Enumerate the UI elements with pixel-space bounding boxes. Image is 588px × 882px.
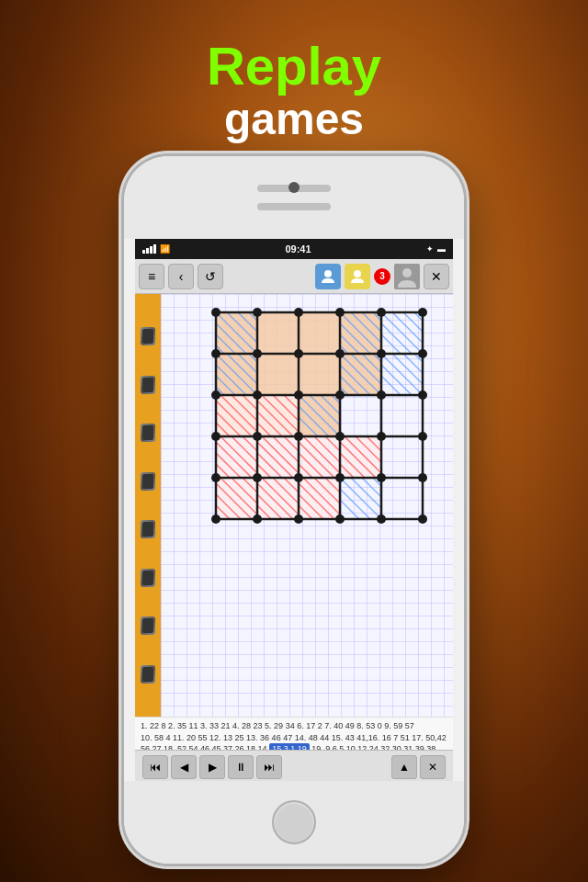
svg-point-154 [294,308,303,317]
svg-point-156 [377,308,386,317]
svg-point-183 [253,514,262,524]
game-board-container [135,294,453,717]
svg-rect-108 [340,436,381,478]
last-button[interactable]: ⏭ [256,755,282,779]
play-button[interactable]: ▶ [199,755,225,779]
wifi-icon: 📶 [160,244,170,254]
title-area: Replay games [0,37,588,144]
title-replay: Replay [0,37,588,96]
svg-point-162 [377,349,386,358]
notebook-binding [135,294,161,717]
svg-line-44 [381,312,423,354]
playback-controls: ⏮ ◀ ▶ ⏸ ⏭ [142,755,282,779]
refresh-button[interactable]: ↺ [198,264,223,289]
svg-point-185 [335,514,345,524]
signal-bar-3 [150,246,153,254]
svg-point-165 [253,390,262,400]
close-button[interactable]: ✕ [424,264,449,289]
move-history: 1. 22 8 2. 35 11 3. 33 21 4. 28 23 5. 29… [135,717,453,750]
signal-bar-4 [153,244,156,254]
bottom-controls: ⏮ ◀ ▶ ⏸ ⏭ ▲ ✕ [135,750,453,781]
svg-rect-132 [299,478,340,519]
menu-button[interactable]: ≡ [139,264,164,289]
svg-point-158 [211,349,220,358]
svg-rect-5 [257,312,299,354]
status-right: ✦ ▬ [426,244,446,254]
svg-rect-10 [299,354,340,395]
app-toolbar: ≡ ‹ ↺ 3 ✕ [135,259,453,294]
svg-point-186 [377,514,386,524]
svg-point-168 [377,390,386,400]
prev-button[interactable]: ◀ [171,755,197,779]
svg-point-174 [377,432,386,441]
game-svg [170,303,436,588]
binding-ring-1 [141,327,155,345]
battery-icon: ▬ [437,244,446,254]
avatar-thumb [394,264,420,289]
svg-rect-68 [216,395,257,436]
svg-point-177 [253,473,262,482]
move-highlight: 15,3,1,19 [269,743,310,750]
bluetooth-icon: ✦ [426,244,434,254]
back-button[interactable]: ‹ [168,264,194,289]
svg-point-155 [335,308,345,317]
player2-icon [345,264,370,289]
signal-bar-1 [142,250,145,254]
camera [288,182,300,193]
svg-rect-84 [216,436,257,478]
grid-paper [161,294,453,717]
svg-point-178 [294,473,303,482]
svg-rect-76 [257,395,299,436]
phone-top [124,156,464,239]
svg-rect-92 [257,436,299,478]
svg-point-176 [211,473,220,482]
svg-line-50 [381,354,423,395]
svg-rect-9 [257,354,299,395]
svg-point-182 [211,514,220,524]
player1-icon [315,264,341,289]
close-bottom-button[interactable]: ✕ [420,755,446,779]
pause-button[interactable]: ⏸ [228,755,254,779]
svg-point-170 [211,432,220,441]
svg-rect-124 [257,478,299,519]
binding-ring-4 [141,472,155,491]
svg-point-159 [253,349,262,358]
earpiece [257,203,331,210]
svg-point-171 [253,432,262,441]
svg-point-166 [294,390,303,400]
svg-point-3 [402,268,412,277]
svg-rect-116 [216,478,257,519]
svg-point-184 [294,514,303,524]
binding-ring-8 [141,665,155,684]
secondary-controls: ▲ ✕ [391,755,446,779]
status-time: 09:41 [285,243,311,254]
binding-ring-7 [141,616,155,635]
svg-point-181 [418,473,427,482]
signal-bars [142,244,156,254]
svg-point-164 [211,390,220,400]
scroll-up-button[interactable]: ▲ [391,755,417,779]
phone-bottom [124,781,464,864]
svg-point-0 [324,270,332,277]
svg-point-153 [253,308,262,317]
svg-point-175 [418,432,427,441]
svg-point-172 [294,432,303,441]
move-history-line2: 10. 58 4 11. 20 55 12. 13 25 13. 36 46 4… [141,733,424,742]
svg-rect-6 [299,312,340,354]
signal-bar-2 [146,248,149,254]
move-history-line4: 19. 9,6,5,10 12,24,32,30,31,39,38 [311,744,435,750]
svg-point-179 [335,473,345,482]
title-games: games [0,96,588,144]
svg-point-152 [211,308,220,317]
phone-screen: 📶 09:41 ✦ ▬ ≡ ‹ ↺ 3 ✕ [135,239,453,781]
svg-point-187 [418,514,427,524]
home-button[interactable] [272,800,316,844]
notification-badge: 3 [374,268,390,285]
first-button[interactable]: ⏮ [142,755,168,779]
binding-ring-2 [141,376,155,394]
binding-ring-5 [141,520,155,538]
svg-point-167 [335,390,345,400]
svg-point-157 [418,308,427,317]
svg-point-180 [377,473,386,482]
binding-ring-6 [141,569,155,587]
